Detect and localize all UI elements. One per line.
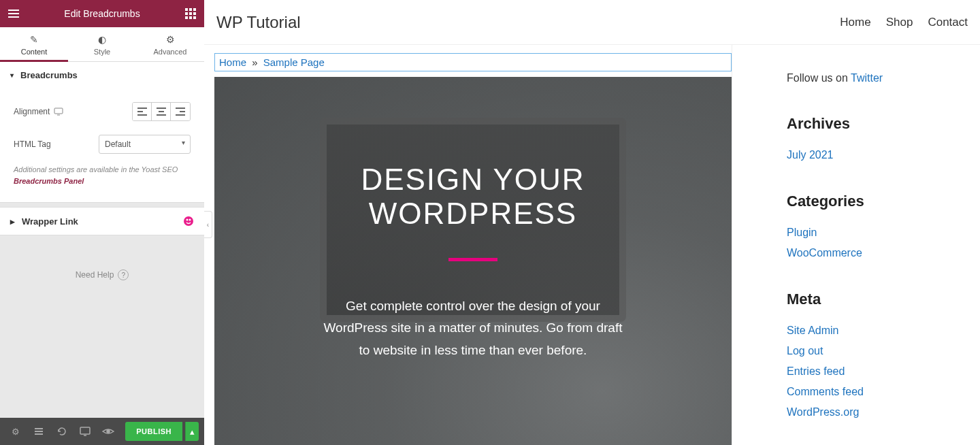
- tab-advanced-label: Advanced: [154, 48, 187, 56]
- help-icon: ?: [118, 269, 129, 280]
- svg-rect-14: [137, 108, 147, 109]
- preview-area: WP Tutorial Home Shop Contact Home » Sam…: [204, 0, 980, 445]
- svg-rect-1: [8, 13, 19, 14]
- gear-icon: ⚙: [136, 34, 204, 45]
- archives-title: Archives: [787, 115, 980, 133]
- archive-link[interactable]: July 2021: [787, 145, 980, 165]
- sidebar-title: Edit Breadcrumbs: [64, 8, 140, 19]
- nav-home[interactable]: Home: [840, 16, 870, 29]
- breadcrumb-current-link[interactable]: Sample Page: [263, 56, 325, 68]
- html-tag-select[interactable]: Default: [99, 135, 191, 154]
- svg-rect-21: [180, 111, 185, 112]
- categories-list: Plugin WooCommerce: [787, 222, 980, 263]
- svg-rect-20: [176, 108, 185, 109]
- svg-rect-7: [189, 12, 192, 15]
- publish-dropdown-button[interactable]: ▴: [185, 422, 199, 441]
- svg-point-23: [184, 216, 193, 226]
- svg-rect-9: [185, 16, 188, 19]
- history-icon[interactable]: [52, 421, 72, 442]
- align-center-button[interactable]: [152, 103, 171, 120]
- nav-shop[interactable]: Shop: [886, 16, 913, 29]
- svg-point-25: [189, 219, 191, 221]
- site-header: WP Tutorial Home Shop Contact: [204, 0, 980, 45]
- publish-button[interactable]: PUBLISH: [125, 422, 182, 441]
- tab-style[interactable]: ◐ Style: [68, 27, 136, 61]
- svg-rect-4: [189, 8, 192, 11]
- breadcrumbs-section-title: Breadcrumbs: [20, 70, 78, 80]
- elementor-sidebar: Edit Breadcrumbs ✎ Content ◐ Style ⚙ Adv…: [0, 0, 204, 445]
- hamburger-menu-icon[interactable]: [7, 7, 20, 20]
- hero-section: DESIGN YOUR WORDPRESS Get complete contr…: [214, 77, 732, 445]
- category-link[interactable]: Plugin: [787, 222, 980, 243]
- pencil-icon: ✎: [0, 34, 68, 45]
- svg-rect-12: [54, 108, 63, 114]
- breadcrumb-home-link[interactable]: Home: [219, 56, 246, 68]
- contrast-icon: ◐: [68, 34, 136, 45]
- svg-rect-22: [176, 114, 185, 116]
- svg-rect-26: [35, 428, 43, 429]
- svg-rect-27: [35, 431, 43, 432]
- svg-rect-28: [35, 433, 43, 435]
- hero-text: Get complete control over the design of …: [323, 295, 623, 361]
- svg-point-31: [107, 430, 110, 433]
- meta-title: Meta: [787, 291, 980, 308]
- svg-rect-16: [137, 114, 147, 116]
- preview-icon[interactable]: [98, 421, 118, 442]
- svg-rect-15: [137, 111, 143, 112]
- meta-link[interactable]: Entries feed: [787, 361, 980, 382]
- hero-divider: [448, 258, 497, 261]
- meta-list: Site Admin Log out Entries feed Comments…: [787, 320, 980, 423]
- sidebar-footer: ⚙ PUBLISH ▴: [0, 418, 204, 445]
- svg-rect-11: [193, 16, 196, 19]
- html-tag-control: HTML Tag Default: [14, 128, 191, 161]
- svg-rect-10: [189, 16, 192, 19]
- alignment-label: Alignment: [14, 107, 63, 116]
- svg-rect-5: [193, 8, 196, 11]
- alignment-control: Alignment: [14, 95, 191, 128]
- breadcrumbs-section: ▾ Breadcrumbs Alignment HTML Tag: [0, 62, 204, 203]
- site-title: WP Tutorial: [216, 13, 301, 32]
- wrapper-link-label: Wrapper Link: [22, 216, 78, 227]
- breadcrumb-widget[interactable]: Home » Sample Page: [214, 53, 732, 71]
- follow-text: Follow us on Twitter: [787, 72, 980, 84]
- align-right-button[interactable]: [171, 103, 190, 120]
- primary-nav: Home Shop Contact: [840, 16, 968, 29]
- settings-note: Additional settings are available in the…: [14, 161, 191, 192]
- svg-rect-19: [157, 114, 166, 116]
- nav-contact[interactable]: Contact: [928, 16, 968, 29]
- need-help[interactable]: Need Help ?: [0, 235, 204, 314]
- page-content: Home » Sample Page DESIGN YOUR WORDPRESS…: [204, 45, 732, 445]
- apps-grid-icon[interactable]: [184, 7, 197, 20]
- meta-link[interactable]: Site Admin: [787, 320, 980, 341]
- caret-down-icon: ▾: [10, 71, 14, 79]
- tab-content-label: Content: [21, 48, 48, 56]
- meta-link[interactable]: Log out: [787, 341, 980, 361]
- tab-style-label: Style: [94, 48, 110, 56]
- svg-rect-17: [157, 108, 166, 109]
- wrapper-link-section[interactable]: ▸ Wrapper Link: [0, 207, 204, 235]
- category-link[interactable]: WooCommerce: [787, 243, 980, 263]
- collapse-sidebar-handle[interactable]: ‹: [204, 211, 212, 238]
- sidebar-header: Edit Breadcrumbs: [0, 0, 204, 27]
- svg-rect-8: [193, 12, 196, 15]
- svg-rect-18: [159, 111, 164, 112]
- align-left-button[interactable]: [133, 103, 152, 120]
- responsive-icon[interactable]: [75, 421, 95, 442]
- archives-list: July 2021: [787, 145, 980, 165]
- navigator-icon[interactable]: [29, 421, 49, 442]
- meta-link[interactable]: Comments feed: [787, 382, 980, 402]
- alignment-buttons: [132, 102, 191, 121]
- settings-icon[interactable]: ⚙: [5, 421, 26, 442]
- svg-rect-2: [8, 16, 19, 18]
- twitter-link[interactable]: Twitter: [851, 72, 883, 84]
- caret-right-icon: ▸: [10, 216, 15, 227]
- categories-title: Categories: [787, 193, 980, 210]
- svg-rect-29: [80, 427, 90, 434]
- breadcrumbs-panel-link[interactable]: Breadcrumbs Panel: [14, 177, 84, 185]
- tab-advanced[interactable]: ⚙ Advanced: [136, 27, 204, 61]
- tab-content[interactable]: ✎ Content: [0, 27, 68, 61]
- addon-badge-icon: [183, 216, 194, 227]
- meta-link[interactable]: WordPress.org: [787, 402, 980, 423]
- svg-rect-6: [185, 12, 188, 15]
- breadcrumbs-section-header[interactable]: ▾ Breadcrumbs: [0, 62, 204, 88]
